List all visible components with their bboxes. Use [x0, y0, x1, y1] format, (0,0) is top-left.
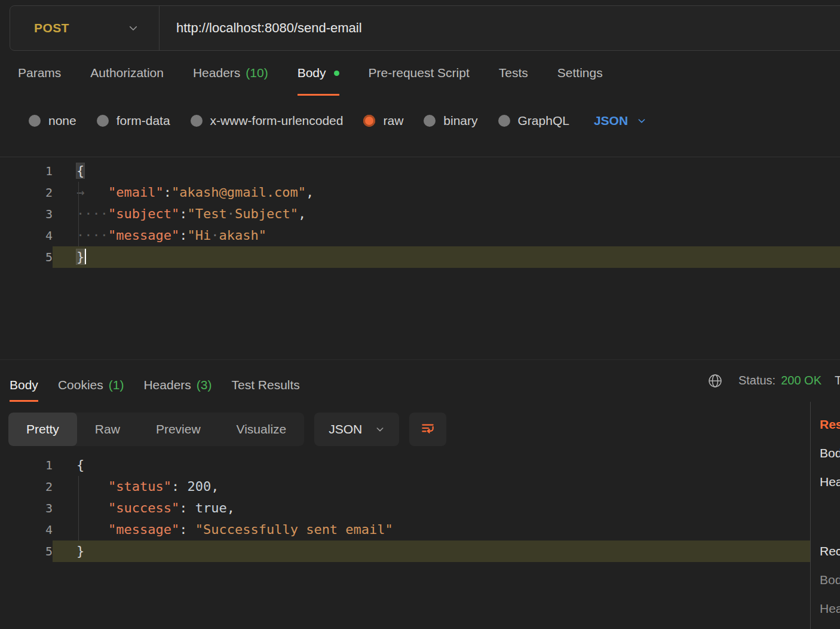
body-mode-label: x-www-form-urlencoded — [210, 114, 344, 128]
tab-label: Tests — [499, 65, 528, 81]
line-content: { — [53, 454, 840, 476]
token-punc: : — [179, 522, 195, 537]
status-value: 200 OK — [781, 374, 821, 387]
request-body-editor[interactable]: 1 { 2 →"email":"akash@gmail.com", 3 ····… — [0, 157, 840, 359]
request-tab-tests[interactable]: Tests — [499, 65, 528, 96]
line-number: 3 — [0, 497, 53, 519]
token-sdot: · — [211, 228, 219, 243]
line-content: ····"message":"Hi·akash" — [53, 225, 840, 246]
status-label: Status: — [738, 374, 775, 387]
indent-guide — [78, 182, 79, 246]
response-tab-headers[interactable]: Headers (3) — [143, 377, 211, 402]
token-dots: ···· — [76, 228, 108, 243]
search-scope-items: ResBodHeaRecBodHea — [820, 410, 840, 623]
body-mode-label: GraphQL — [518, 114, 569, 128]
method-selector[interactable]: POST — [10, 6, 160, 50]
tab-label: Pre-request Script — [369, 65, 470, 81]
chevron-down-icon — [637, 116, 646, 126]
token-dots: ···· — [76, 206, 108, 221]
token-punc — [76, 500, 108, 515]
line-content: } — [53, 541, 840, 562]
response-view-visualize[interactable]: Visualize — [219, 413, 305, 446]
radio-icon — [97, 115, 109, 127]
body-mode-none[interactable]: none — [29, 114, 76, 128]
line-number: 2 — [0, 476, 53, 497]
request-tabs: Params Authorization Headers (10) Body P… — [18, 65, 603, 96]
response-view-raw[interactable]: Raw — [77, 413, 138, 446]
line-content: "status": 200, — [53, 476, 840, 497]
request-tab-params[interactable]: Params — [18, 65, 61, 96]
request-url-bar: POST http://localhost:8080/send-email — [10, 5, 840, 51]
chevron-down-icon — [375, 425, 385, 434]
token-punc: , — [211, 479, 219, 494]
body-mode-binary[interactable]: binary — [424, 114, 477, 128]
request-tab-settings[interactable]: Settings — [557, 65, 603, 96]
line-number: 5 — [0, 541, 53, 562]
body-mode-label: binary — [443, 114, 477, 128]
token-punc: : — [171, 479, 188, 494]
request-tab-headers[interactable]: Headers (10) — [193, 65, 268, 96]
line-content: "success": true, — [53, 497, 840, 519]
editor-line: 2 →"email":"akash@gmail.com", — [0, 182, 840, 203]
body-mode-options: none form-data x-www-form-urlencoded raw… — [29, 114, 569, 128]
response-toolbar: PrettyRawPreviewVisualize JSON — [8, 413, 446, 446]
token-punc: : — [179, 206, 187, 221]
side-panel-item[interactable]: Hea — [820, 468, 840, 496]
token-punc: : — [179, 228, 187, 243]
line-number: 4 — [0, 519, 53, 541]
token-str: "Test — [187, 206, 226, 221]
indent-guide — [78, 476, 79, 541]
response-tab-test-results[interactable]: Test Results — [231, 377, 299, 402]
body-mode-form-data[interactable]: form-data — [97, 114, 170, 128]
token-punc: } — [76, 543, 84, 558]
body-mode-x-www-form-urlencoded[interactable]: x-www-form-urlencoded — [191, 114, 344, 128]
token-boollit: true — [195, 500, 227, 515]
response-view-pretty[interactable]: Pretty — [8, 413, 77, 446]
token-key: "subject" — [108, 206, 179, 221]
editor-line: 3 ····"subject":"Test·Subject", — [0, 203, 840, 225]
editor-line: 1 { — [0, 454, 840, 476]
side-panel-item[interactable]: Rec — [820, 537, 840, 566]
token-key: "email" — [108, 185, 164, 200]
response-tab-cookies[interactable]: Cookies (1) — [58, 377, 124, 402]
response-tab-body[interactable]: Body — [10, 377, 38, 402]
side-panel-item[interactable]: Bod — [820, 566, 840, 594]
response-body-viewer[interactable]: 1 { 2 "status": 200, 3 "success": true, … — [0, 454, 840, 562]
side-panel-item[interactable]: Hea — [820, 594, 840, 623]
editor-line: 4 "message": "Successfully sent email" — [0, 519, 840, 541]
url-input[interactable]: http://localhost:8080/send-email — [176, 20, 362, 36]
request-tab-pre-request-script[interactable]: Pre-request Script — [369, 65, 470, 96]
request-tab-body[interactable]: Body — [298, 65, 339, 96]
language-label: JSON — [594, 114, 628, 128]
tab-label: Authorization — [90, 65, 164, 81]
token-punc — [76, 479, 108, 494]
api-client-app: POST http://localhost:8080/send-email Pa… — [0, 0, 840, 629]
request-tab-authorization[interactable]: Authorization — [90, 65, 164, 96]
language-selector[interactable]: JSON — [594, 114, 646, 128]
time-label-truncated: T — [835, 374, 840, 387]
editor-line: 3 "success": true, — [0, 497, 840, 519]
body-mode-label: none — [48, 114, 76, 128]
line-number: 1 — [0, 454, 53, 476]
response-format-selector[interactable]: JSON — [314, 413, 399, 446]
line-number: 2 — [0, 182, 53, 203]
response-view-preview[interactable]: Preview — [138, 413, 219, 446]
token-key: "success" — [108, 500, 179, 515]
response-view-switch: PrettyRawPreviewVisualize — [8, 413, 304, 446]
token-brace: } — [76, 249, 84, 264]
token-numlit: 200 — [187, 479, 211, 494]
unsaved-changes-dot — [334, 71, 339, 76]
side-panel-item[interactable]: Bod — [820, 439, 840, 468]
body-mode-label: form-data — [117, 114, 170, 128]
body-mode-raw[interactable]: raw — [363, 114, 403, 128]
side-panel-item[interactable]: Res — [820, 410, 840, 439]
line-number: 3 — [0, 203, 53, 225]
globe-icon — [707, 373, 723, 389]
line-content: { — [53, 160, 840, 182]
token-punc — [76, 522, 108, 537]
wrap-lines-button[interactable] — [409, 413, 446, 446]
format-label: JSON — [329, 422, 362, 436]
radio-icon — [191, 115, 203, 127]
body-mode-graphql[interactable]: GraphQL — [498, 114, 569, 128]
line-content: } — [53, 246, 840, 268]
